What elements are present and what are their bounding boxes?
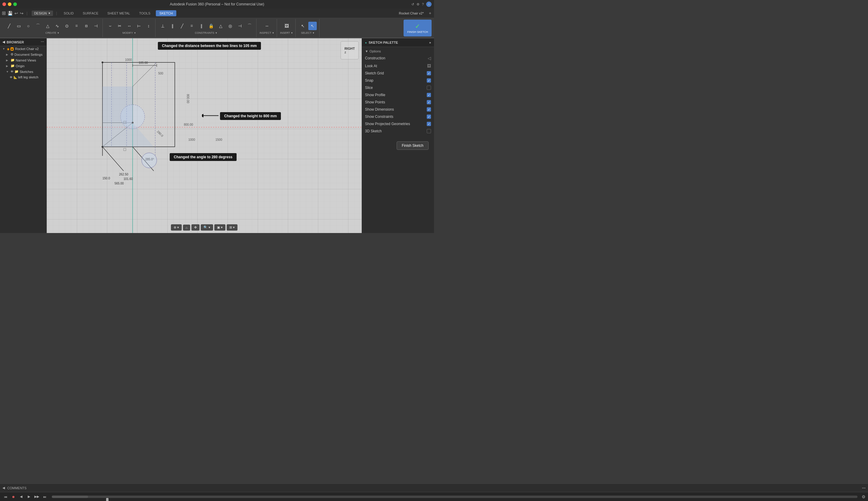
coincident-icon[interactable]: ⊥: [159, 22, 167, 30]
circle-icon[interactable]: ○: [24, 22, 33, 30]
sidebar-item-root[interactable]: ▼ ◉ ● Rocket Chair v2: [0, 46, 46, 52]
tab-sketch[interactable]: SKETCH: [156, 10, 176, 16]
slice-row[interactable]: Slice: [362, 84, 434, 91]
maximize-button[interactable]: [13, 2, 17, 6]
canvas[interactable]: 1000 800.00 800.00 280.0 262: [47, 38, 362, 233]
arc-icon[interactable]: ⌒: [34, 22, 42, 30]
save-icon[interactable]: 💾: [8, 11, 13, 16]
tab-tools[interactable]: TOOLS: [136, 10, 154, 16]
sidebar-item-origin[interactable]: ▶ 📁 Origin: [0, 63, 46, 69]
design-dropdown[interactable]: DESIGN ▼: [32, 11, 53, 16]
svg-line-8: [103, 123, 132, 147]
palette-expand-icon[interactable]: »: [429, 41, 431, 44]
show-constraints-checkbox[interactable]: ✓: [427, 115, 431, 119]
grid-settings-button[interactable]: ⊞ ▾: [227, 224, 237, 231]
recording-icon: ●: [11, 47, 13, 51]
svg-text:280.0: 280.0: [157, 130, 164, 138]
collapse-browser-icon[interactable]: ◀: [2, 40, 5, 44]
redo-button[interactable]: ↪: [20, 11, 23, 16]
ellipse-icon[interactable]: ⊙: [63, 22, 71, 30]
fix-icon[interactable]: 🔒: [207, 22, 215, 30]
svg-line-16: [132, 147, 154, 171]
zoom-button[interactable]: 🔍 ▾: [201, 224, 213, 231]
concentric-icon[interactable]: ◎: [226, 22, 235, 30]
show-dimensions-row[interactable]: Show Dimensions ✓: [362, 106, 434, 113]
polygon-icon[interactable]: △: [43, 22, 52, 30]
show-projected-checkbox[interactable]: ✓: [427, 122, 431, 126]
undo-button[interactable]: ↩: [14, 11, 18, 16]
svg-text:285.0°: 285.0°: [145, 158, 154, 161]
show-points-checkbox[interactable]: ✓: [427, 100, 431, 104]
title-bar: Autodesk Fusion 360 (Personal – Not for …: [0, 0, 434, 9]
minimize-button[interactable]: [8, 2, 11, 6]
show-profile-row[interactable]: Show Profile ✓: [362, 91, 434, 98]
3d-sketch-checkbox[interactable]: [427, 129, 431, 133]
inspect-label: INSPECT ▼: [259, 31, 274, 34]
sidebar-item-sketches[interactable]: ▼ 👁 📁 Sketches: [0, 69, 46, 74]
sketch-grid-checkbox[interactable]: ✓: [427, 71, 431, 75]
app-menu-icon[interactable]: ⊞: [2, 10, 6, 16]
user-avatar[interactable]: A: [426, 1, 431, 7]
select-icon[interactable]: ↖: [299, 22, 307, 30]
curvature-icon[interactable]: ⌒: [245, 22, 254, 30]
select-active-icon[interactable]: ↖: [308, 22, 317, 30]
pan-button[interactable]: ✥: [191, 224, 200, 231]
nav-button[interactable]: ⊕ ▾: [171, 224, 182, 231]
eye2-icon: 👁: [10, 76, 13, 79]
fillet-icon[interactable]: ⌣: [106, 22, 114, 30]
mirror-icon[interactable]: ⊣: [92, 22, 100, 30]
equal2-icon[interactable]: =: [187, 22, 196, 30]
collinear-icon[interactable]: ∥: [168, 22, 176, 30]
equal-icon[interactable]: =: [72, 22, 81, 30]
snap-row[interactable]: Snap ✓: [362, 77, 434, 84]
show-constraints-row[interactable]: Show Constraints ✓: [362, 113, 434, 120]
window-controls[interactable]: [2, 2, 17, 6]
extend-icon[interactable]: ↔: [125, 22, 133, 30]
tab-solid[interactable]: SOLID: [60, 10, 77, 16]
symmetry-icon[interactable]: ⊣: [236, 22, 244, 30]
finish-sketch-button[interactable]: ✓ FINISH SKETCH: [404, 20, 431, 36]
finish-sketch-palette-button[interactable]: Finish Sketch: [397, 141, 429, 150]
show-projected-row[interactable]: Show Projected Geometries ✓: [362, 120, 434, 128]
browser-options-icon[interactable]: ⋯: [41, 40, 44, 44]
notification-distance: Changed the distance between the two lin…: [158, 42, 261, 50]
sidebar-item-doc-settings[interactable]: ▶ ⚙ Document Settings: [0, 52, 46, 57]
tangent-icon[interactable]: ╱: [178, 22, 186, 30]
slice-checkbox[interactable]: [427, 86, 431, 90]
parallel-icon[interactable]: ∥: [197, 22, 205, 30]
home-button[interactable]: ⌂: [183, 225, 191, 231]
refresh-icon[interactable]: ↺: [411, 2, 414, 6]
construction-row[interactable]: Construction ◁: [362, 54, 434, 62]
offset-icon[interactable]: ⧈: [82, 22, 90, 30]
tab-sheet-metal[interactable]: SHEET METAL: [104, 10, 133, 16]
show-points-row[interactable]: Show Points ✓: [362, 98, 434, 106]
rect-icon[interactable]: ▭: [14, 22, 23, 30]
view-cube[interactable]: RIGHT Z: [341, 41, 358, 60]
measure-icon[interactable]: ↔: [263, 22, 271, 30]
eye-icon: 👁: [11, 70, 13, 73]
look-at-row[interactable]: Look At 🖼: [362, 62, 434, 70]
sketch-grid-row[interactable]: Sketch Grid ✓: [362, 70, 434, 77]
title-bar-right: ↺ ⚙ ? A: [411, 1, 431, 7]
svg-text:1000: 1000: [125, 58, 132, 62]
tab-surface[interactable]: SURFACE: [79, 10, 102, 16]
break-icon[interactable]: ⊢: [135, 22, 143, 30]
new-tab-icon[interactable]: ＋: [428, 11, 432, 16]
insert-image-icon[interactable]: 🖼: [282, 22, 291, 30]
trim-icon[interactable]: ✂: [116, 22, 124, 30]
snap-checkbox[interactable]: ✓: [427, 78, 431, 83]
spline-icon[interactable]: ∿: [53, 22, 62, 30]
3d-sketch-row[interactable]: 3D Sketch: [362, 128, 434, 135]
midpoint-icon[interactable]: △: [216, 22, 225, 30]
show-profile-checkbox[interactable]: ✓: [427, 93, 431, 97]
line-icon[interactable]: ╱: [5, 22, 13, 30]
show-dimensions-checkbox[interactable]: ✓: [427, 107, 431, 111]
settings-icon[interactable]: ⚙: [417, 2, 419, 6]
display-button[interactable]: ▣ ▾: [214, 224, 225, 231]
sidebar-item-named-views[interactable]: ▶ 📁 Named Views: [0, 57, 46, 63]
options-section-header[interactable]: ▼ Options: [362, 48, 434, 54]
sidebar-item-left-leg-sketch[interactable]: 👁 📐 left leg sketch: [0, 74, 46, 80]
close-button[interactable]: [2, 2, 6, 6]
scale2-icon[interactable]: ↕: [144, 22, 153, 30]
help-icon[interactable]: ?: [422, 2, 424, 6]
